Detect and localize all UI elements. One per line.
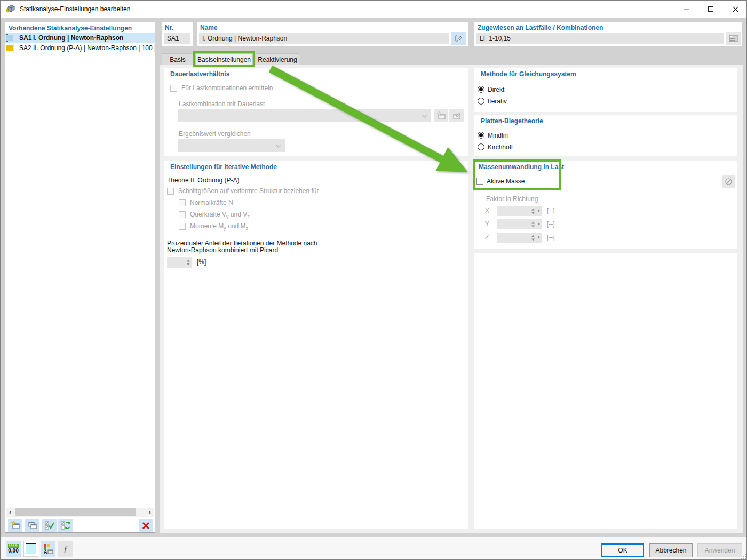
direkt-radio[interactable] [478,86,484,93]
lastkombination-dropdown[interactable] [178,109,431,122]
list-item-name: II. Ordnung (P-Δ) | Newton-Raphson | 100… [33,44,155,52]
list-item-sa2[interactable]: SA2 II. Ordnung (P-Δ) | Newton-Raphson |… [5,43,155,53]
querkraefte-checkbox[interactable] [179,211,186,218]
nr-box: Nr. SA1 [162,22,193,46]
momente-checkbox[interactable] [179,223,186,230]
close-icon [733,6,738,12]
delete-setting-button[interactable] [139,519,153,532]
spinner-arrows-icon[interactable] [187,259,190,265]
maximize-button[interactable] [698,1,723,18]
tab-basiseinstellungen-label: Basiseinstellungen [197,56,251,63]
app-icon: 6 [6,4,15,14]
sa1-icon-cell [5,33,14,43]
color-well-button[interactable] [23,541,38,557]
close-button[interactable] [723,1,747,18]
flyout-arrow-icon[interactable] [538,222,540,226]
select-all-button[interactable] [42,519,57,532]
edit-pencil-icon [455,34,463,43]
group-dauerlastverhaeltnis: Dauerlastverhältnis Für Lastkombinatione… [164,68,468,156]
percent-label-line2: Newton-Raphson kombiniert mit Picard [167,246,278,254]
select-loadcases-button[interactable] [726,32,741,45]
group-massenumwandlung: Massenumwandlung in Last Aktive Masse Fa… [474,161,737,249]
schnittgroessen-checkbox-label: Schnittgrößen auf verformte Struktur bez… [178,187,319,195]
new-setting-button[interactable] [8,519,22,532]
schnittgroessen-checkbox[interactable] [167,188,174,195]
flyout-arrow-icon[interactable] [538,209,540,212]
apply-button[interactable]: Anwenden [697,543,742,557]
scrollbar-thumb[interactable] [15,508,136,516]
list-item-id: SA1 [19,34,33,42]
group-iterative-methode: Einstellungen für iterative Methode Theo… [164,161,468,529]
percent-unit: [%] [197,258,206,266]
cancel-button[interactable]: Abbrechen [649,543,693,557]
edit-combination-button[interactable] [449,109,464,122]
tab-basiseinstellungen[interactable]: Basiseinstellungen [195,53,253,66]
tab-basis[interactable]: Basis [162,53,194,65]
iterativ-radio[interactable] [478,98,484,105]
minimize-icon [684,9,689,10]
axis-z-label: Z [485,234,489,241]
sa1-color-swatch [6,35,13,41]
spinner-arrows-icon[interactable] [531,235,535,241]
none-button[interactable] [722,175,735,188]
ruler-icon [8,544,19,548]
units-settings-button[interactable]: 0,00 [6,541,21,557]
list-item-name: I. Ordnung | Newton-Raphson [33,34,123,42]
group-title: Methode für Gleichungssystem [481,70,576,78]
tab-reaktivierung[interactable]: Reaktivierung [256,53,299,65]
copy-setting-button[interactable] [25,519,39,532]
ergebniswert-dropdown[interactable] [178,139,285,152]
rename-button[interactable] [451,32,466,45]
factor-y-spinner[interactable] [497,219,542,229]
spinner-arrows-icon[interactable] [531,208,535,214]
list-item-sa1[interactable]: SA1 I. Ordnung | Newton-Raphson [5,33,155,43]
percent-label-line1: Prozentualer Anteil der Iterationen der … [167,239,317,247]
axis-x-label: X [485,207,489,214]
fx-icon: ƒ [63,543,68,554]
lastkombinationen-checkbox[interactable] [170,85,177,92]
resize-grip[interactable] [741,554,746,559]
theorie-subtitle: Theorie II. Ordnung (P-Δ) [167,177,239,184]
scroll-right-icon[interactable]: › [146,508,154,517]
kirchhoff-radio-label: Kirchhoff [488,143,513,151]
color-swatch-icon [26,543,36,554]
nr-label: Nr. [165,24,173,31]
new-window-star-icon [11,521,20,530]
horizontal-scrollbar[interactable]: ‹ › [6,508,154,517]
new-combination-button[interactable] [434,109,448,122]
svg-text:6: 6 [6,7,10,13]
svg-text:A: A [44,549,47,554]
lastkombinationen-checkbox-label: Für Lastkombinationen ermitteln [181,84,273,92]
table-select-icon [729,35,738,42]
sidebar-header: Vorhandene Statikanalyse-Einstellungen [9,25,132,32]
checkboxes-swap-icon [60,521,71,530]
list-column-divider [14,53,14,508]
ok-button[interactable]: OK [601,543,644,557]
checkboxes-check-icon [44,521,55,530]
formula-button[interactable]: ƒ [58,541,73,557]
name-box: Name I. Ordnung | Newton-Raphson [197,22,468,46]
maximize-icon [708,6,713,12]
sa2-icon-cell [5,43,14,53]
window-title: Statikanalyse-Einstellungen bearbeiten [20,1,130,18]
factor-z-spinner[interactable] [497,233,542,243]
factor-x-spinner[interactable] [497,206,542,216]
minimize-button[interactable] [674,1,698,18]
aktive-masse-checkbox[interactable] [476,178,483,185]
percent-spinner[interactable] [167,257,192,268]
faktor-label: Faktor in Richtung [486,195,538,203]
title-bar: 6 Statikanalyse-Einstellungen bearbeiten [1,1,747,18]
tab-reaktivierung-label: Reaktivierung [258,56,297,63]
flyout-arrow-icon[interactable] [538,236,540,239]
normalkraefte-checkbox[interactable] [179,199,186,206]
scroll-left-icon[interactable]: ‹ [6,508,14,517]
display-options-button[interactable]: A [41,541,55,557]
momente-checkbox-label: Momente My und Mz [190,222,248,231]
name-input[interactable]: I. Ordnung | Newton-Raphson [199,33,449,44]
mindlin-radio[interactable] [478,132,484,139]
spinner-arrows-icon[interactable] [531,221,535,227]
invert-selection-button[interactable] [58,519,73,532]
units-label: 0,00 [8,548,18,554]
kirchhoff-radio[interactable] [478,143,484,150]
assigned-field[interactable]: LF 1-10,15 [476,33,724,44]
